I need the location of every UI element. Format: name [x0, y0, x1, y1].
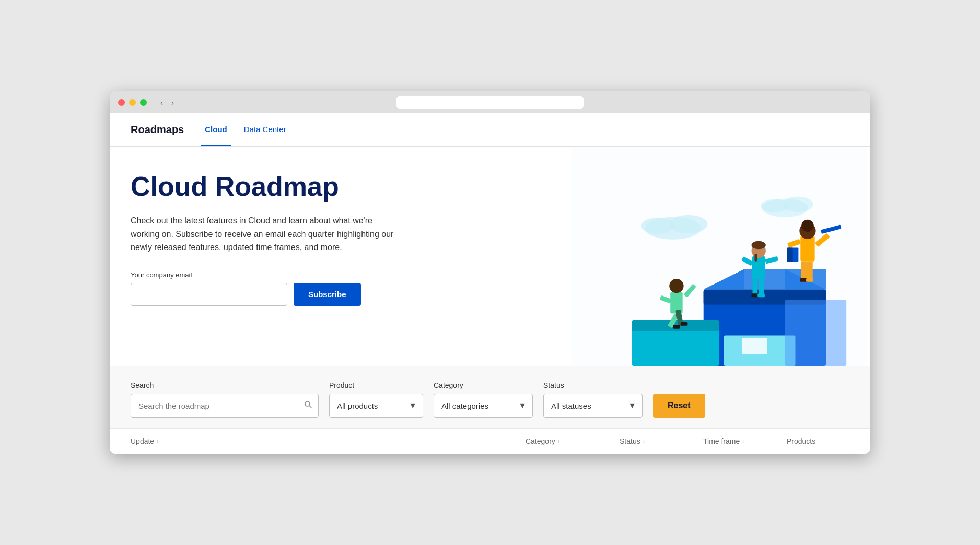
svg-rect-39: [670, 292, 682, 313]
reset-group: Reset: [653, 394, 705, 418]
nav-tabs: Cloud Data Center: [201, 113, 290, 146]
svg-rect-32: [754, 254, 757, 262]
hero-illustration: [567, 147, 870, 366]
col-header-status[interactable]: Status ↕: [620, 437, 703, 445]
email-input[interactable]: [131, 283, 287, 306]
product-select-wrapper: All products ▼: [329, 394, 423, 418]
col-header-update[interactable]: Update ↕: [131, 437, 319, 445]
address-bar[interactable]: [396, 96, 584, 109]
sort-icon-timeframe: ↕: [742, 439, 744, 444]
search-label: Search: [131, 381, 319, 389]
svg-rect-33: [752, 279, 757, 294]
page-content: Roadmaps Cloud Data Center Cloud Roadmap…: [110, 113, 870, 454]
svg-rect-35: [752, 293, 759, 297]
product-label: Product: [329, 381, 423, 389]
back-button[interactable]: ‹: [157, 97, 166, 108]
svg-rect-36: [757, 293, 765, 297]
svg-rect-17: [800, 236, 814, 262]
svg-point-6: [761, 199, 789, 212]
svg-point-3: [641, 218, 674, 234]
product-group: Product All products ▼: [329, 381, 423, 418]
sort-icon-category: ↕: [557, 439, 560, 444]
category-select-wrapper: All categories ▼: [434, 394, 533, 418]
sort-icon-update: ↕: [156, 439, 159, 444]
hero-section: Cloud Roadmap Check out the latest featu…: [110, 147, 870, 366]
titlebar: ‹ ›: [110, 91, 870, 113]
col-header-products: Products: [787, 437, 849, 445]
svg-rect-20: [801, 262, 807, 279]
tab-cloud[interactable]: Cloud: [201, 113, 231, 146]
status-select[interactable]: All statuses: [543, 394, 643, 418]
hero-title: Cloud Roadmap: [131, 172, 486, 202]
email-label: Your company email: [131, 271, 486, 279]
svg-point-31: [752, 241, 766, 250]
forward-button[interactable]: ›: [168, 97, 177, 108]
search-input[interactable]: [131, 394, 319, 418]
svg-rect-22: [800, 278, 807, 282]
nav-header: Roadmaps Cloud Data Center: [110, 113, 870, 147]
tab-data-center[interactable]: Data Center: [240, 113, 290, 146]
svg-rect-29: [752, 256, 765, 279]
hero-description: Check out the latest features in Cloud a…: [131, 214, 402, 254]
svg-rect-34: [759, 279, 764, 294]
search-group: Search: [131, 381, 319, 418]
brand-title: Roadmaps: [131, 124, 184, 136]
status-select-wrapper: All statuses ▼: [543, 394, 643, 418]
filter-section: Search Product: [110, 366, 870, 428]
email-row: Subscribe: [131, 283, 486, 306]
svg-point-40: [669, 279, 683, 293]
col-header-category[interactable]: Category ↕: [526, 437, 620, 445]
table-header: Update ↕ Category ↕ Status ↕ Time frame …: [110, 428, 870, 454]
sort-icon-status: ↕: [643, 439, 645, 444]
col-header-timeframe[interactable]: Time frame ↕: [703, 437, 787, 445]
svg-point-2: [669, 215, 707, 233]
svg-point-19: [801, 220, 813, 232]
status-label: Status: [543, 381, 643, 389]
svg-rect-44: [681, 322, 688, 326]
category-group: Category All categories ▼: [434, 381, 533, 418]
category-select[interactable]: All categories: [434, 394, 533, 418]
search-wrap: [131, 394, 319, 418]
status-group: Status All statuses ▼: [543, 381, 643, 418]
reset-button[interactable]: Reset: [653, 394, 705, 418]
svg-rect-23: [806, 278, 813, 282]
filter-row: Search Product: [131, 381, 849, 418]
subscribe-button[interactable]: Subscribe: [294, 283, 361, 306]
nav-buttons: ‹ ›: [157, 97, 177, 108]
hero-content: Cloud Roadmap Check out the latest featu…: [131, 172, 486, 306]
svg-rect-43: [673, 325, 680, 329]
svg-rect-21: [807, 262, 813, 279]
svg-rect-15: [742, 338, 767, 354]
product-select[interactable]: All products: [329, 394, 423, 418]
browser-window: ‹ › Roadmaps Cloud Data Center Cloud Roa…: [110, 91, 870, 454]
svg-rect-28: [787, 247, 793, 262]
maximize-button[interactable]: [140, 99, 147, 106]
svg-rect-16: [785, 300, 846, 366]
minimize-button[interactable]: [129, 99, 136, 106]
category-label: Category: [434, 381, 533, 389]
close-button[interactable]: [118, 99, 125, 106]
